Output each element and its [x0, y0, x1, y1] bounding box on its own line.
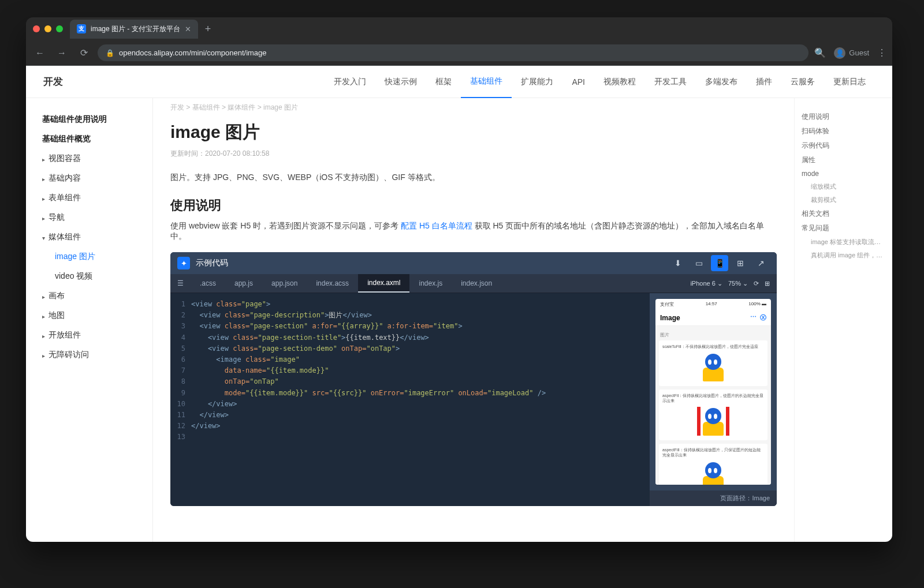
hamburger-icon[interactable]: ☰: [170, 275, 191, 292]
topnav-item[interactable]: 插件: [747, 66, 781, 98]
preview-card: scaleToFill：不保持纵横比缩放图片，使图片完全适应: [659, 340, 767, 386]
sidebar-item[interactable]: 画布: [40, 286, 147, 306]
reload-button[interactable]: ⟳: [76, 47, 92, 58]
sidebar-item[interactable]: 地图: [40, 306, 147, 325]
toc-subitem[interactable]: 缩放模式: [802, 180, 885, 193]
preview-card: aspectFit：保持纵横比缩放图片，使图片的长边能完全显示出来: [659, 389, 767, 440]
sidebar-item[interactable]: 导航: [40, 208, 147, 227]
preview-section-label: 图片: [660, 332, 766, 338]
toc-item[interactable]: 使用说明: [802, 110, 885, 124]
qr-icon[interactable]: ⊞: [732, 255, 749, 271]
sidebar-item[interactable]: 开放组件: [40, 325, 147, 345]
close-circle-icon[interactable]: ⓧ: [760, 313, 766, 322]
updated-time: 更新时间：2020-07-20 08:10:58: [170, 149, 777, 159]
topnav-item[interactable]: 视频教程: [594, 66, 645, 98]
sidebar-item[interactable]: 无障碍访问: [40, 345, 147, 365]
ide-logo-icon: ✦: [177, 257, 190, 269]
preview-title: Image: [660, 314, 680, 322]
zoom-selector[interactable]: 75% ⌄: [728, 280, 748, 287]
window-minimize[interactable]: [44, 25, 51, 32]
avatar-icon: 👤: [834, 47, 845, 59]
back-button[interactable]: ←: [32, 48, 48, 58]
editor-tab[interactable]: app.js: [225, 275, 262, 292]
whitelist-link[interactable]: 配置 H5 白名单流程: [401, 221, 472, 230]
topnav-item[interactable]: 框架: [426, 66, 461, 98]
preview-card: aspectFill：保持纵横比缩放图片，只保证图片的短边能完全显示出来: [659, 444, 767, 485]
sidebar-item[interactable]: 表单组件: [40, 188, 147, 208]
page-title: image 图片: [170, 121, 777, 144]
more-icon[interactable]: ⋯: [750, 313, 757, 322]
topnav-item[interactable]: API: [562, 66, 594, 98]
sidebar-item[interactable]: 视图容器: [40, 149, 147, 168]
sidebar-item[interactable]: 媒体组件: [40, 227, 147, 247]
grid-icon[interactable]: ⊞: [765, 280, 770, 287]
editor-tab[interactable]: index.axml: [358, 274, 409, 293]
toc-item[interactable]: 示例代码: [802, 138, 885, 153]
code-editor: ✦ 示例代码 ⬇ ▭ 📱 ⊞ ↗ ☰ .acssapp.: [170, 252, 777, 506]
section-heading: 使用说明: [170, 197, 777, 214]
sidebar-subitem[interactable]: video 视频: [40, 267, 147, 286]
topnav-item[interactable]: 更新日志: [824, 66, 875, 98]
device-preview: 支付宝 14:57 100% ▬ Image ⋯ ⓧ: [650, 293, 777, 506]
tab-favicon: 支: [77, 24, 86, 33]
window-close[interactable]: [33, 25, 40, 32]
main-content: 开发 > 基础组件 > 媒体组件 > image 图片 image 图片 更新时…: [153, 98, 794, 542]
lock-icon: 🔒: [106, 49, 114, 57]
sidebar-item[interactable]: 基础内容: [40, 168, 147, 188]
sidebar: 基础组件使用说明基础组件概览视图容器基础内容表单组件导航媒体组件image 图片…: [26, 98, 153, 542]
toc-item[interactable]: 常见问题: [802, 221, 885, 235]
url-text: opendocs.alipay.com/mini/component/image: [119, 48, 267, 57]
table-of-contents: 使用说明扫码体验示例代码属性mode缩放模式裁剪模式相关文档常见问题image …: [794, 98, 892, 542]
topnav-item[interactable]: 基础组件: [461, 66, 512, 98]
topnav-item[interactable]: 云服务: [781, 66, 824, 98]
editor-tab[interactable]: index.js: [409, 275, 452, 292]
toc-subitem[interactable]: 裁剪模式: [802, 193, 885, 207]
close-icon[interactable]: ✕: [185, 25, 191, 33]
toc-item[interactable]: 属性: [802, 153, 885, 167]
share-icon[interactable]: ↗: [752, 255, 770, 271]
device-icon[interactable]: 📱: [711, 255, 728, 271]
toc-item[interactable]: mode: [802, 167, 885, 180]
brand-label: 开发: [43, 75, 63, 88]
editor-title: 示例代码: [196, 258, 669, 268]
editor-tab[interactable]: .acss: [191, 275, 225, 292]
editor-tab[interactable]: app.json: [262, 275, 307, 292]
phone-icon[interactable]: ▭: [690, 255, 707, 271]
menu-icon[interactable]: ⋮: [877, 47, 886, 58]
editor-footer: 页面路径：Image: [650, 490, 777, 506]
download-icon[interactable]: ⬇: [669, 255, 687, 271]
topnav-item[interactable]: 扩展能力: [512, 66, 562, 98]
device-selector[interactable]: iPhone 6 ⌄: [690, 280, 722, 287]
topnav-item[interactable]: 开发工具: [645, 66, 696, 98]
browser-tab[interactable]: 支 image 图片 - 支付宝开放平台 ✕: [70, 20, 198, 39]
forward-button[interactable]: →: [54, 48, 70, 58]
sidebar-item[interactable]: 基础组件概览: [40, 129, 147, 149]
search-icon[interactable]: 🔍: [814, 47, 826, 58]
profile-button[interactable]: 👤 Guest: [834, 47, 869, 59]
topnav-item[interactable]: 快速示例: [375, 66, 426, 98]
refresh-icon[interactable]: ⟳: [754, 280, 759, 287]
new-tab-button[interactable]: +: [205, 23, 211, 35]
description: 图片。支持 JPG、PNG、SVG、WEBP（iOS 不支持动图）、GIF 等格…: [170, 173, 777, 183]
top-nav: 开发 开发入门快速示例框架基础组件扩展能力API视频教程开发工具多端发布插件云服…: [26, 66, 892, 98]
section-paragraph: 使用 webview 嵌套 H5 时，若遇到图片资源不显示问题，可参考 配置 H…: [170, 221, 777, 242]
toc-item[interactable]: 扫码体验: [802, 124, 885, 138]
topnav-item[interactable]: 开发入门: [325, 66, 375, 98]
topnav-item[interactable]: 多端发布: [696, 66, 747, 98]
status-bar: 支付宝 14:57 100% ▬: [655, 299, 771, 310]
toc-subitem[interactable]: image 标签支持读取流文…: [802, 235, 885, 249]
editor-tab[interactable]: index.json: [452, 275, 501, 292]
code-area[interactable]: 1<view class="page">2 <view class="page-…: [170, 293, 650, 506]
breadcrumb: 开发 > 基础组件 > 媒体组件 > image 图片: [170, 98, 777, 117]
tab-title: image 图片 - 支付宝开放平台: [91, 24, 180, 34]
url-field[interactable]: 🔒 opendocs.alipay.com/mini/component/ima…: [98, 44, 808, 61]
editor-tab[interactable]: index.acss: [307, 275, 358, 292]
sidebar-subitem[interactable]: image 图片: [40, 247, 147, 267]
window-maximize[interactable]: [56, 25, 63, 32]
toc-subitem[interactable]: 真机调用 image 组件，…: [802, 249, 885, 262]
sidebar-item[interactable]: 基础组件使用说明: [40, 110, 147, 129]
toc-item[interactable]: 相关文档: [802, 207, 885, 221]
